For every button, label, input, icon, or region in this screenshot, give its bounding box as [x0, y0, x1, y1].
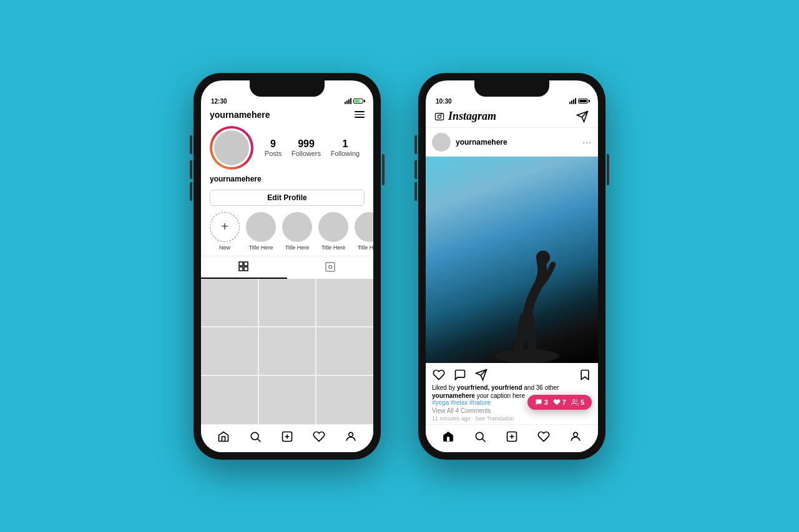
- post-header: yournamehere ···: [426, 128, 598, 157]
- phone-2: 10:30 Instagr: [418, 73, 605, 460]
- story-label-1: Title Here: [249, 244, 273, 251]
- story-circle-2: [282, 212, 312, 242]
- svg-rect-1: [244, 262, 248, 266]
- share-button[interactable]: [474, 368, 488, 382]
- followers-label: Followers: [292, 150, 321, 157]
- svg-point-5: [329, 265, 332, 268]
- status-icons-2: [569, 98, 588, 104]
- grid-cell-1[interactable]: [201, 279, 258, 326]
- story-label-3: Title Here: [321, 244, 346, 251]
- svg-rect-2: [239, 267, 243, 271]
- likes-text: Liked by yourfriend, yourfriend and 36 o…: [432, 384, 559, 391]
- story-2[interactable]: Title Here: [282, 212, 312, 251]
- story-3[interactable]: Title Here: [318, 212, 348, 251]
- phone-1: 12:30 yournamehere: [194, 73, 381, 460]
- notification-bubble: 3 7 5: [527, 395, 592, 410]
- story-4[interactable]: Title Here: [355, 212, 373, 251]
- nav-search[interactable]: [248, 430, 262, 443]
- signal-icon: [345, 98, 351, 104]
- grid-cell-9[interactable]: [316, 376, 373, 423]
- notch-2: [474, 80, 549, 97]
- post-image: [426, 157, 598, 363]
- svg-line-7: [258, 438, 261, 442]
- following-stat[interactable]: 1 Following: [331, 138, 360, 157]
- avatar-ring: [210, 126, 253, 170]
- notch-1: [250, 80, 325, 97]
- nav-home-2[interactable]: [441, 430, 455, 443]
- posts-stat[interactable]: 9 Posts: [265, 138, 282, 157]
- tab-tagged[interactable]: [287, 256, 373, 279]
- grid-cell-6[interactable]: [316, 327, 373, 375]
- photo-grid: [201, 279, 373, 424]
- story-circle-3: [318, 212, 348, 242]
- hashtags: #yoga #relax #nature: [432, 399, 491, 406]
- new-story-label: New: [219, 244, 230, 251]
- profile-name: yournamehere: [201, 172, 373, 186]
- posts-count: 9: [270, 138, 276, 150]
- followers-stat[interactable]: 999 Followers: [292, 138, 321, 157]
- story-1[interactable]: Title Here: [246, 212, 276, 251]
- grid-icon: [238, 261, 250, 273]
- nav-add-2[interactable]: [505, 430, 519, 443]
- like-button[interactable]: [432, 368, 446, 382]
- tab-grid[interactable]: [201, 256, 287, 279]
- nav-heart[interactable]: [312, 430, 326, 443]
- bottom-nav-2: [426, 424, 598, 452]
- stats-group: 9 Posts 999 Followers 1 Following: [260, 138, 365, 157]
- grid-cell-8[interactable]: [259, 376, 316, 423]
- see-translation[interactable]: See Translation: [475, 415, 514, 422]
- svg-point-11: [349, 432, 353, 437]
- post-avatar: [432, 133, 451, 152]
- hamburger-menu[interactable]: [355, 111, 365, 118]
- status-time-2: 10:30: [436, 98, 452, 105]
- story-label-4: Title Here: [358, 244, 373, 251]
- grid-cell-2[interactable]: [259, 279, 316, 326]
- caption-text: your caption here: [477, 392, 525, 399]
- follow-notif-icon: [571, 399, 579, 406]
- post-options-icon[interactable]: ···: [582, 137, 592, 147]
- post-actions: [426, 363, 598, 384]
- app-name: Instagram: [448, 110, 496, 123]
- phone-2-screen: 10:30 Instagr: [426, 80, 598, 452]
- post-time: 11 minutes ago · See Translation: [426, 415, 598, 424]
- stories-row: + New Title Here Title Here Title Here T…: [201, 210, 373, 256]
- following-count: 1: [342, 138, 348, 150]
- nav-add[interactable]: [280, 430, 294, 443]
- nav-profile-2[interactable]: [569, 430, 582, 443]
- svg-point-21: [572, 399, 575, 402]
- yoga-silhouette: [489, 201, 564, 363]
- profile-tabs: [201, 256, 373, 279]
- follow-count: 5: [581, 399, 584, 406]
- comment-button[interactable]: [453, 368, 467, 382]
- story-new[interactable]: + New: [210, 212, 240, 251]
- edit-profile-button[interactable]: Edit Profile: [210, 190, 365, 206]
- svg-rect-12: [435, 113, 443, 120]
- profile-title-username: yournamehere: [210, 110, 270, 120]
- nav-heart-2[interactable]: [537, 430, 551, 443]
- feed-header: Instagram: [426, 107, 598, 128]
- post-username: yournamehere: [456, 138, 577, 147]
- grid-cell-5[interactable]: [259, 327, 316, 375]
- like-notif: 7: [553, 399, 566, 406]
- like-count: 7: [562, 399, 566, 406]
- camera-icon: [434, 112, 444, 122]
- svg-point-17: [495, 349, 559, 362]
- grid-cell-4[interactable]: [201, 327, 258, 375]
- svg-point-6: [251, 432, 258, 440]
- nav-profile[interactable]: [344, 430, 358, 443]
- new-story-icon[interactable]: +: [210, 212, 240, 242]
- instagram-logo: Instagram: [434, 110, 496, 123]
- grid-cell-7[interactable]: [201, 376, 258, 423]
- svg-line-23: [483, 438, 486, 442]
- save-button[interactable]: [578, 368, 592, 382]
- nav-home[interactable]: [217, 430, 230, 443]
- profile-stats-row: 9 Posts 999 Followers 1 Following: [201, 123, 373, 172]
- followers-count: 999: [298, 138, 315, 150]
- comment-notif-icon: [535, 399, 542, 406]
- status-time-1: 12:30: [211, 98, 227, 105]
- svg-point-13: [438, 115, 441, 118]
- grid-cell-3[interactable]: [316, 279, 373, 326]
- nav-search-2[interactable]: [473, 430, 487, 443]
- direct-message-icon[interactable]: [576, 110, 589, 123]
- svg-rect-3: [244, 267, 248, 271]
